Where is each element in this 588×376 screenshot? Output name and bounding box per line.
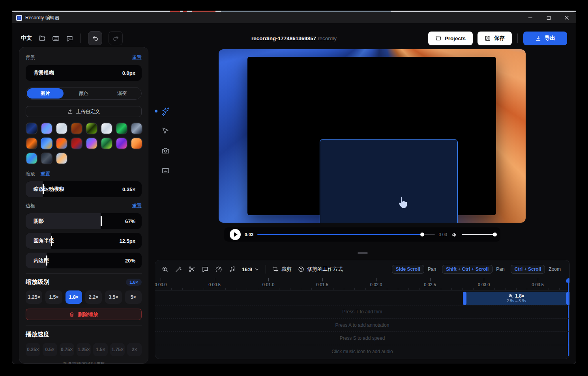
trim-help-button[interactable]: 修剪的工作方式 — [298, 266, 343, 273]
zoom-reset-link[interactable]: 重置 — [41, 171, 50, 177]
zoom-level-option[interactable]: 1.8× — [66, 290, 82, 304]
annotation-icon[interactable] — [202, 266, 209, 273]
background-thumbnail[interactable] — [71, 123, 82, 134]
speed-option[interactable]: 2× — [127, 343, 142, 356]
zoom-level-option[interactable]: 3.5× — [105, 290, 122, 304]
music-icon[interactable] — [228, 266, 236, 273]
border-slider-内边距[interactable]: 内边距20% — [26, 253, 142, 268]
zoom-level-option[interactable]: 1.25× — [26, 290, 42, 304]
background-thumbnail[interactable] — [131, 123, 142, 134]
seek-knob[interactable] — [420, 233, 424, 236]
background-thumbnail[interactable] — [131, 138, 142, 149]
feedback-icon[interactable] — [66, 35, 73, 42]
zoom-region-block[interactable]: 1.8× 2.9s – 3.9s — [463, 292, 570, 305]
timeline-ruler[interactable]: 0:00.00:00.50:01.00:01.50:02.00:02.50:03… — [155, 278, 569, 291]
volume-icon[interactable] — [451, 231, 458, 238]
close-button[interactable] — [558, 12, 576, 23]
border-sliders: 阴影67%圆角半径12.5px内边距20% — [26, 213, 142, 268]
ruler-minor-tick — [462, 288, 463, 290]
speed-option[interactable]: 1.25× — [77, 343, 91, 356]
border-内边距-label: 内边距 — [26, 257, 49, 264]
export-button[interactable]: 导出 — [523, 32, 567, 45]
speed-option[interactable]: 1.5× — [93, 343, 108, 356]
zoom-level-option[interactable]: 5× — [125, 290, 142, 304]
cut-icon[interactable] — [188, 266, 195, 273]
panel-resize-handle[interactable] — [358, 252, 368, 254]
background-tab[interactable]: 颜色 — [65, 88, 102, 99]
cursor-tool[interactable] — [160, 126, 170, 136]
magic-trim-icon[interactable] — [175, 266, 182, 273]
ruler-minor-tick — [258, 288, 258, 290]
timeline-zoom-in-icon[interactable] — [161, 266, 169, 273]
background-thumbnail[interactable] — [56, 138, 67, 149]
canvas-tool-strip — [157, 106, 174, 175]
project-filename: recording-1774861369857.recordly — [251, 35, 337, 41]
background-tab[interactable]: 图片 — [27, 88, 64, 99]
border-阴影-handle[interactable] — [101, 216, 102, 226]
background-tab[interactable]: 渐变 — [104, 88, 140, 99]
background-thumbnail[interactable] — [41, 138, 52, 149]
captions-tool[interactable] — [160, 165, 170, 175]
scroll-shortcut-action: Pan — [496, 266, 504, 272]
zoom-level-option[interactable]: 1.5× — [45, 290, 62, 304]
app-window: Recordly 编辑器 中文 — [12, 12, 576, 364]
video-preview[interactable] — [219, 49, 526, 223]
section-divider — [26, 273, 142, 274]
volume-knob[interactable] — [493, 233, 497, 236]
background-thumbnail[interactable] — [116, 123, 127, 134]
background-thumbnail[interactable] — [86, 138, 97, 149]
background-thumbnail[interactable] — [41, 153, 52, 164]
speed-option[interactable]: 0.75× — [60, 343, 74, 356]
zoom-selection-rect[interactable] — [320, 139, 458, 223]
background-thumbnail[interactable] — [86, 123, 97, 134]
background-thumbnail[interactable] — [56, 153, 67, 164]
background-thumbnail[interactable] — [56, 123, 67, 134]
play-button[interactable] — [230, 229, 241, 240]
speed-icon[interactable] — [215, 266, 222, 273]
ruler-tick-label: 0:01.5 — [316, 282, 328, 287]
speed-option[interactable]: 0.5× — [43, 343, 57, 356]
background-thumbnail[interactable] — [26, 138, 37, 149]
zoom-motion-blur-slider[interactable]: 缩放运动模糊0.35× — [26, 181, 142, 197]
playhead-cap[interactable] — [566, 278, 570, 283]
background-thumbnail[interactable] — [26, 153, 37, 164]
crop-button[interactable]: 裁剪 — [272, 266, 292, 273]
background-blur-slider[interactable]: 背景模糊0.0px — [26, 65, 142, 81]
minimize-button[interactable] — [521, 12, 539, 23]
scroll-shortcut-key: Ctrl + Scroll — [511, 265, 545, 274]
background-thumbnail[interactable] — [71, 138, 82, 149]
toolbar-divider — [517, 34, 518, 43]
redo-button[interactable] — [109, 31, 123, 45]
speed-option[interactable]: 1.75× — [110, 343, 125, 356]
ai-zoom-tool[interactable] — [160, 106, 170, 116]
filename-extension: .recordly — [316, 35, 337, 41]
undo-button[interactable] — [88, 31, 102, 45]
delete-zoom-button[interactable]: 删除缩放 — [26, 309, 142, 320]
projects-button[interactable]: Projects — [428, 32, 473, 45]
maximize-button[interactable] — [539, 12, 558, 23]
background-reset-link[interactable]: 重置 — [132, 54, 142, 61]
border-slider-阴影[interactable]: 阴影67% — [26, 213, 142, 229]
ruler-tick-label: 0:02.0 — [370, 282, 382, 287]
aspect-ratio-select[interactable]: 16:9 — [242, 266, 259, 272]
keyboard-icon[interactable] — [52, 35, 60, 42]
save-button[interactable]: 保存 — [478, 32, 512, 45]
border-阴影-value: 67% — [125, 218, 142, 224]
camera-tool[interactable] — [160, 145, 170, 156]
background-thumbnail[interactable] — [26, 123, 37, 134]
zoom-level-option[interactable]: 2.2× — [85, 290, 102, 304]
background-thumbnail[interactable] — [116, 138, 127, 149]
background-thumbnail[interactable] — [101, 123, 112, 134]
projects-label: Projects — [445, 35, 466, 41]
upload-custom-button[interactable]: 上传自定义 — [26, 106, 142, 117]
speed-option[interactable]: 0.25× — [26, 343, 40, 356]
border-reset-link[interactable]: 重置 — [132, 203, 142, 209]
zoom-region-left-handle[interactable] — [463, 292, 466, 305]
volume-slider[interactable] — [462, 232, 495, 237]
border-slider-圆角半径[interactable]: 圆角半径12.5px — [26, 233, 142, 249]
background-thumbnail[interactable] — [41, 123, 52, 134]
seek-slider[interactable] — [257, 232, 435, 237]
language-toggle[interactable]: 中文 — [21, 35, 32, 42]
background-thumbnail[interactable] — [101, 138, 112, 149]
open-folder-icon[interactable] — [38, 35, 46, 42]
